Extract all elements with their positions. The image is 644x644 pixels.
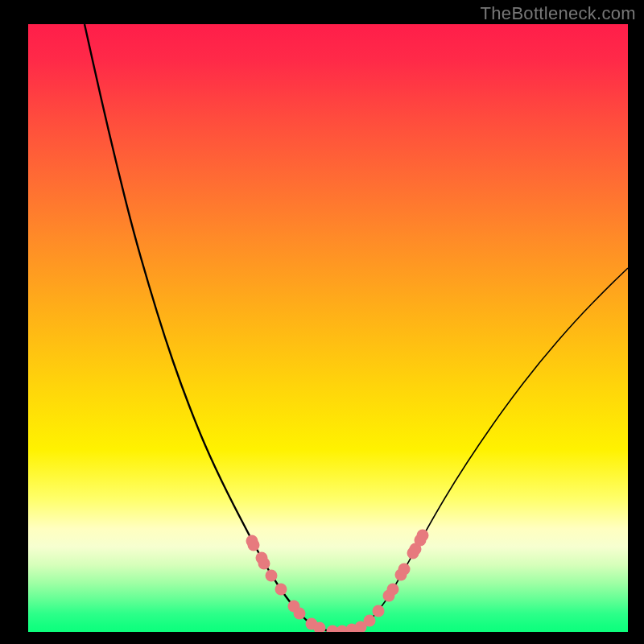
chart-svg [28,24,628,632]
chart-frame: TheBottleneck.com [0,0,644,644]
plot-area [28,24,628,632]
data-point [398,564,411,576]
left-curve [85,24,314,625]
data-point [248,539,260,551]
data-point [387,584,399,596]
watermark-text: TheBottleneck.com [481,3,636,24]
data-point [266,570,278,582]
data-point [275,584,287,596]
data-point [373,605,385,617]
data-point [417,530,429,542]
scatter-dots [246,530,429,633]
data-point [364,615,376,627]
data-point [294,608,306,620]
data-point [258,558,270,570]
